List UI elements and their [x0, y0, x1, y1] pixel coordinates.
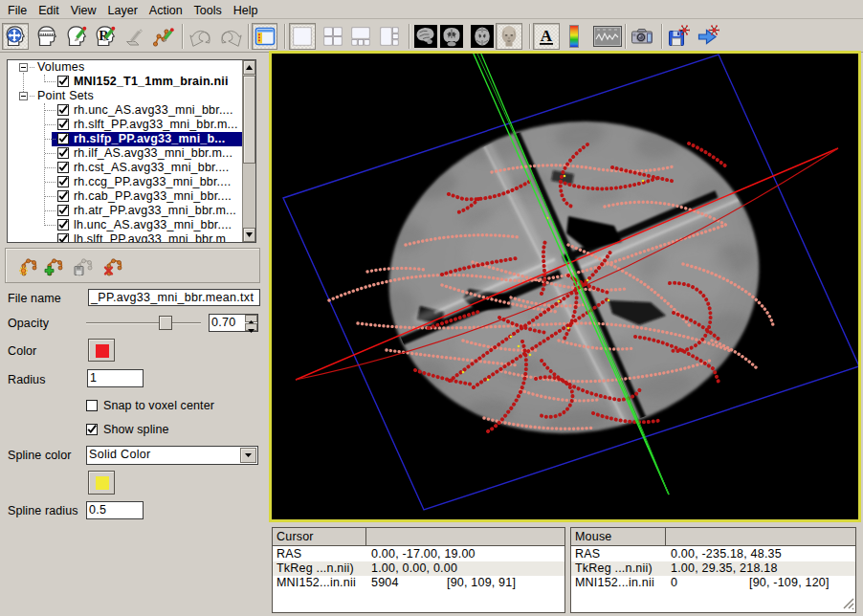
svg-text:A: A — [541, 27, 553, 45]
